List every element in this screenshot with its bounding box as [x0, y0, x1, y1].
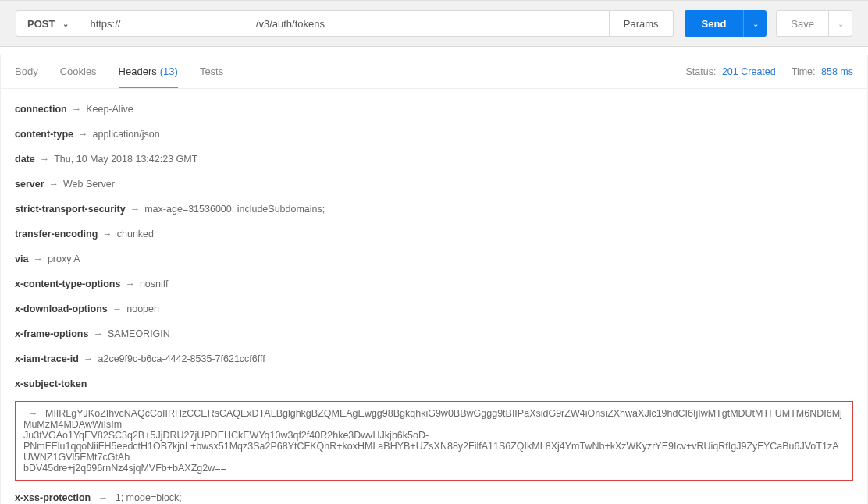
- header-value: max-age=31536000; includeSubdomains;: [144, 204, 325, 215]
- tab-tests[interactable]: Tests: [200, 55, 223, 88]
- header-value: noopen: [126, 303, 159, 314]
- header-key: date: [15, 154, 35, 165]
- header-key: x-content-type-options: [15, 279, 120, 289]
- header-value: application/json: [93, 129, 160, 140]
- send-button[interactable]: Send: [685, 10, 744, 37]
- response-panel: Body Cookies Headers (13) Tests Status: …: [0, 55, 868, 504]
- tab-headers[interactable]: Headers (13): [119, 55, 178, 88]
- chevron-down-icon: ⌄: [62, 20, 69, 28]
- arrow-icon: →: [98, 492, 108, 503]
- arrow-icon: →: [84, 353, 94, 364]
- header-value: Thu, 10 May 2018 13:42:23 GMT: [54, 154, 197, 165]
- time-badge: Time: 858 ms: [792, 66, 853, 77]
- chevron-down-icon: ⌄: [752, 20, 759, 28]
- header-key: x-iam-trace-id: [15, 353, 79, 364]
- header-value: nosniff: [140, 279, 169, 289]
- arrow-icon: →: [49, 179, 59, 190]
- header-key: x-subject-token: [15, 378, 87, 389]
- tab-headers-count: (13): [160, 66, 178, 77]
- header-key: x-frame-options: [15, 328, 88, 339]
- header-row-x-subject-token-key: x-subject-token: [15, 371, 853, 396]
- header-value: a2ce9f9c-b6ca-4442-8535-7f621ccf6fff: [98, 353, 265, 364]
- status-badge: Status: 201 Created: [686, 66, 776, 77]
- header-value: Web Server: [63, 179, 115, 190]
- header-row-x-xss-protection: x-xss-protection → 1; mode=block;: [15, 485, 853, 504]
- header-key: x-download-options: [15, 303, 108, 314]
- header-key: connection: [15, 104, 67, 115]
- arrow-icon: →: [33, 254, 43, 264]
- response-meta: Status: 201 Created Time: 858 ms: [686, 66, 854, 77]
- method-select[interactable]: POST ⌄: [16, 10, 80, 37]
- header-row-x-subject-token-value: → MIIRLgYJKoZIhvcNAQcCoIIRHzCCERsCAQExDT…: [15, 401, 853, 481]
- header-value: MIIRLgYJKoZIhvcNAQcCoIIRHzCCERsCAQExDTAL…: [23, 408, 842, 474]
- header-row: date→Thu, 10 May 2018 13:42:23 GMT: [15, 147, 853, 172]
- response-tabs: Body Cookies Headers (13) Tests Status: …: [1, 55, 867, 89]
- request-toolbar: POST ⌄ Params Send ⌄ Save ⌄: [0, 0, 868, 47]
- arrow-icon: →: [28, 408, 38, 419]
- header-key: via: [15, 254, 28, 264]
- header-row: x-iam-trace-id→a2ce9f9c-b6ca-4442-8535-7…: [15, 346, 853, 371]
- header-row: via→proxy A: [15, 247, 853, 272]
- header-row: x-download-options→noopen: [15, 296, 853, 321]
- method-label: POST: [27, 18, 55, 30]
- arrow-icon: →: [78, 129, 88, 140]
- tab-cookies[interactable]: Cookies: [60, 55, 97, 88]
- header-key: transfer-encoding: [15, 229, 98, 240]
- header-value: SAMEORIGIN: [108, 328, 170, 339]
- header-value: proxy A: [48, 254, 80, 264]
- send-dropdown[interactable]: ⌄: [743, 10, 767, 37]
- arrow-icon: →: [72, 104, 82, 115]
- header-row: content-type→application/json: [15, 122, 853, 147]
- url-input[interactable]: [80, 10, 609, 37]
- header-row: x-content-type-options→nosniff: [15, 272, 853, 296]
- tab-body[interactable]: Body: [15, 55, 38, 88]
- arrow-icon: →: [40, 154, 50, 165]
- header-row: x-frame-options→SAMEORIGIN: [15, 321, 853, 346]
- header-key: strict-transport-security: [15, 204, 126, 215]
- arrow-icon: →: [125, 279, 135, 289]
- header-key: x-xss-protection: [15, 492, 91, 503]
- header-key: content-type: [15, 129, 73, 140]
- arrow-icon: →: [93, 328, 103, 339]
- headers-list: connection→Keep-Alivecontent-type→applic…: [1, 89, 867, 504]
- params-button[interactable]: Params: [610, 10, 674, 37]
- chevron-down-icon: ⌄: [838, 20, 844, 28]
- time-value: 858 ms: [821, 66, 853, 77]
- header-value: 1; mode=block;: [116, 492, 182, 503]
- arrow-icon: →: [130, 204, 141, 215]
- header-value: Keep-Alive: [86, 104, 133, 115]
- header-row: strict-transport-security→max-age=315360…: [15, 197, 853, 222]
- header-row: transfer-encoding→chunked: [15, 222, 853, 247]
- status-value: 201 Created: [722, 66, 776, 77]
- arrow-icon: →: [102, 229, 112, 240]
- save-dropdown[interactable]: ⌄: [829, 10, 852, 37]
- header-key: server: [15, 179, 44, 190]
- tab-headers-label: Headers: [119, 66, 157, 77]
- header-row: connection→Keep-Alive: [15, 97, 853, 122]
- header-value: chunked: [117, 229, 154, 240]
- arrow-icon: →: [112, 303, 123, 314]
- header-row: server→Web Server: [15, 172, 853, 197]
- save-button[interactable]: Save: [776, 10, 829, 37]
